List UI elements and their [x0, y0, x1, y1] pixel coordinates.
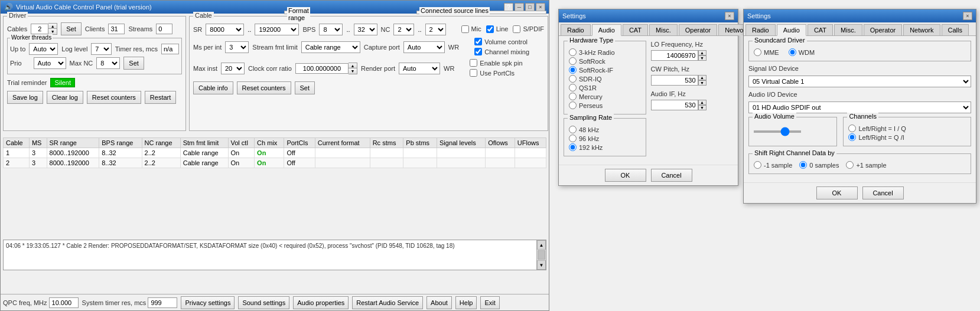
prio-select[interactable]: Auto — [34, 57, 66, 69]
cw-pitch-down[interactable]: ▼ — [698, 80, 706, 86]
nc-from-select[interactable]: 2 — [393, 24, 414, 35]
sr-to-select[interactable]: 192000 — [255, 24, 299, 35]
tab-radio-2[interactable]: Radio — [745, 24, 776, 35]
reset-counters-button[interactable]: Reset counters — [87, 91, 141, 104]
render-port-select[interactable]: Auto — [399, 63, 440, 74]
scroll-down-arrow[interactable]: ▼ — [537, 260, 546, 270]
stream-fmt-limit-select[interactable]: Cable range — [301, 41, 360, 53]
settings-ok-button-1[interactable]: OK — [605, 169, 646, 182]
signal-io-select[interactable]: 05 Virtual Cable 1 — [748, 76, 971, 87]
table-row[interactable]: 2 3 8000..192000 8..32 2..2 Cable range … — [4, 158, 546, 168]
cables-down[interactable]: ▼ — [48, 29, 57, 34]
lo-freq-down[interactable]: ▼ — [698, 55, 706, 61]
audio-if-input[interactable]: 530 — [651, 100, 698, 110]
settings-cancel-button-1[interactable]: Cancel — [651, 169, 692, 182]
radio-iq[interactable] — [848, 125, 856, 132]
radio-softrock-if[interactable] — [569, 66, 577, 74]
radio-wdm[interactable] — [789, 48, 796, 56]
radio-0[interactable] — [799, 161, 807, 169]
enable-spk-pin-checkbox[interactable] — [470, 59, 477, 67]
audio-io-select[interactable]: 01 HD Audio SPDIF out — [748, 102, 971, 113]
volume-control-checkbox[interactable] — [474, 38, 482, 45]
up-to-select[interactable]: Auto — [29, 43, 58, 55]
tab-audio-1[interactable]: Audio — [592, 24, 621, 36]
exit-button[interactable]: Exit — [480, 296, 499, 309]
radio-qi[interactable] — [848, 133, 856, 141]
bps-to-select[interactable]: 32 — [354, 24, 377, 35]
lo-freq-input[interactable]: 14006970 — [651, 50, 698, 61]
settings-cancel-button-2[interactable]: Cancel — [862, 186, 904, 199]
max-inst-select[interactable]: 20 — [221, 63, 245, 74]
scroll-thumb[interactable] — [538, 250, 545, 260]
audio-properties-button[interactable]: Audio properties — [293, 296, 349, 309]
tab-operator-2[interactable]: Operator — [864, 24, 902, 35]
radio-96khz[interactable] — [569, 135, 577, 142]
tab-cat-1[interactable]: CAT — [623, 24, 648, 35]
use-portcls-checkbox[interactable] — [470, 69, 477, 77]
radio-minus1[interactable] — [754, 161, 761, 169]
settings-ok-button-2[interactable]: OK — [816, 186, 858, 199]
table-row[interactable]: 1 3 8000..192000 8..32 2..2 Cable range … — [4, 148, 546, 158]
bps-from-select[interactable]: 8 — [319, 24, 343, 35]
tab-audio-2[interactable]: Audio — [777, 24, 806, 36]
cable-reset-counters-button[interactable]: Reset counters — [237, 81, 291, 94]
cables-spinner[interactable]: 2 ▲ ▼ — [31, 23, 57, 35]
capture-port-select[interactable]: Auto — [403, 41, 445, 53]
cable-info-button[interactable]: Cable info — [193, 81, 233, 94]
clear-log-button[interactable]: Clear log — [47, 91, 83, 104]
log-level-select[interactable]: 7 — [91, 43, 111, 55]
sound-settings-button[interactable]: Sound settings — [238, 296, 289, 309]
tab-radio-1[interactable]: Radio — [561, 24, 591, 35]
tab-cat-2[interactable]: CAT — [808, 24, 833, 35]
channel-mixing-checkbox[interactable] — [474, 48, 482, 55]
clock-corr-up[interactable]: ▲ — [349, 63, 357, 68]
radio-mme[interactable] — [754, 48, 761, 56]
audio-if-up[interactable]: ▲ — [698, 100, 706, 105]
lo-freq-up[interactable]: ▲ — [698, 50, 706, 55]
clock-corr-down[interactable]: ▼ — [349, 68, 357, 74]
privacy-settings-button[interactable]: Privacy settings — [181, 296, 235, 309]
audio-if-down[interactable]: ▼ — [698, 105, 706, 110]
line-checkbox[interactable] — [486, 25, 494, 33]
settings-close-1[interactable]: × — [725, 12, 734, 20]
minimize-button[interactable]: ─ — [515, 3, 524, 11]
mic-checkbox[interactable] — [461, 25, 469, 33]
cables-input[interactable]: 2 — [31, 24, 48, 34]
radio-48khz[interactable] — [569, 126, 577, 133]
tab-operator-1[interactable]: Operator — [679, 24, 717, 35]
cables-up[interactable]: ▲ — [48, 24, 57, 29]
settings-close-2[interactable]: × — [963, 12, 972, 20]
cw-pitch-up[interactable]: ▲ — [698, 75, 706, 80]
save-log-button[interactable]: Save log — [7, 91, 43, 104]
volume-slider[interactable] — [754, 130, 801, 133]
help-status-button[interactable]: Help — [455, 296, 477, 309]
restart-audio-service-button[interactable]: Restart Audio Service — [352, 296, 423, 309]
cable-set-button[interactable]: Set — [295, 81, 315, 94]
driver-set-button[interactable]: Set — [123, 57, 144, 70]
tab-misc-2[interactable]: Misc. — [834, 24, 862, 35]
radio-mercury[interactable] — [569, 93, 577, 100]
radio-qs1r[interactable] — [569, 84, 577, 91]
close-button[interactable]: × — [536, 3, 545, 11]
clock-corr-ratio-input[interactable]: 100.0000000 — [295, 63, 349, 74]
restart-button[interactable]: Restart — [145, 91, 176, 104]
cw-pitch-input[interactable]: 530 — [651, 75, 698, 86]
nc-to-select[interactable]: 2 — [425, 24, 446, 35]
radio-sdr-iq[interactable] — [569, 75, 577, 83]
radio-softrock[interactable] — [569, 57, 577, 65]
radio-3khz[interactable] — [569, 48, 577, 56]
help-btn[interactable]: ? — [504, 3, 513, 11]
maximize-button[interactable]: □ — [525, 3, 535, 11]
ms-per-int-select[interactable]: 3 — [225, 41, 249, 53]
cables-set-button[interactable]: Set — [61, 22, 82, 35]
max-nc-select[interactable]: 8 — [96, 57, 120, 69]
radio-plus1[interactable] — [846, 161, 854, 169]
spdif-checkbox[interactable] — [513, 25, 520, 33]
tab-misc-1[interactable]: Misc. — [649, 24, 678, 35]
radio-perseus[interactable] — [569, 102, 577, 109]
tab-network-2[interactable]: Network — [903, 24, 940, 35]
tab-calls-2[interactable]: Calls — [942, 24, 969, 35]
radio-192khz[interactable] — [569, 143, 577, 151]
about-button[interactable]: About — [426, 296, 452, 309]
sr-from-select[interactable]: 8000 — [206, 24, 244, 35]
